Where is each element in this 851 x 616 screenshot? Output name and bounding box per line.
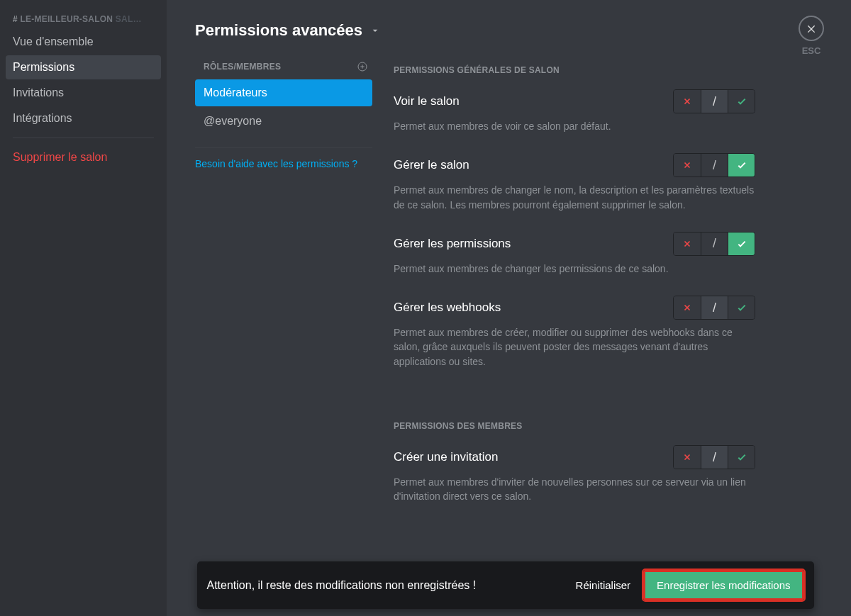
- toggle-deny[interactable]: [674, 296, 701, 319]
- permission-row: Voir le salon/Permet aux membres de voir…: [394, 89, 755, 133]
- x-icon: [682, 303, 692, 313]
- permission-description: Permet aux membres d'inviter de nouvelle…: [394, 475, 755, 504]
- permission-title: Créer une invitation: [394, 450, 498, 464]
- permissions-column: PERMISSIONS GÉNÉRALES DE SALONVoir le sa…: [394, 61, 755, 524]
- hash-prefix: #: [13, 14, 21, 24]
- permission-description: Permet aux membres de créer, modifier ou…: [394, 325, 755, 369]
- toggle-passthrough[interactable]: /: [701, 233, 728, 255]
- x-icon: [682, 160, 692, 170]
- permission-title: Gérer le salon: [394, 158, 469, 172]
- check-icon: [736, 452, 747, 463]
- permission-description: Permet aux membres de changer le nom, la…: [394, 183, 755, 212]
- sidebar-item-overview[interactable]: Vue d'ensemble: [6, 30, 161, 54]
- permission-title: Gérer les webhooks: [394, 301, 501, 315]
- roles-header-label: RÔLES/MEMBRES: [204, 62, 281, 72]
- check-icon: [736, 159, 747, 171]
- toggle-allow[interactable]: [728, 446, 755, 469]
- plus-circle-icon: [357, 61, 368, 72]
- channel-header: # LE-MEILLEUR-SALON SAL…: [6, 14, 161, 30]
- check-icon: [736, 96, 747, 107]
- permissions-help-link[interactable]: Besoin d'aide avec les permissions ?: [195, 158, 372, 169]
- permission-title: Voir le salon: [394, 94, 460, 108]
- permission-row: Créer une invitation/Permet aux membres …: [394, 445, 755, 504]
- permission-row: Gérer les permissions/Permet aux membres…: [394, 232, 755, 276]
- toggle-allow[interactable]: [728, 90, 755, 113]
- sidebar-item-invites[interactable]: Invitations: [6, 81, 161, 105]
- check-icon: [736, 302, 747, 313]
- toggle-passthrough[interactable]: /: [701, 90, 728, 113]
- permission-toggle: /: [673, 232, 755, 256]
- check-icon: [736, 238, 747, 250]
- close-icon: [806, 23, 817, 34]
- role-item-everyone[interactable]: @everyone: [195, 108, 372, 135]
- toggle-deny[interactable]: [674, 446, 701, 469]
- roles-header: RÔLES/MEMBRES: [195, 61, 372, 72]
- sidebar-item-delete-channel[interactable]: Supprimer le salon: [6, 145, 161, 169]
- permission-toggle: /: [673, 89, 755, 113]
- toggle-deny[interactable]: [674, 90, 701, 113]
- role-item-moderators[interactable]: Modérateurs: [195, 79, 372, 106]
- roles-column: RÔLES/MEMBRES Modérateurs @everyone Beso…: [195, 61, 372, 524]
- add-role-button[interactable]: [357, 61, 368, 72]
- toggle-deny[interactable]: [674, 154, 701, 177]
- toggle-allow[interactable]: [728, 154, 755, 177]
- toggle-passthrough[interactable]: /: [701, 446, 728, 469]
- sidebar-item-permissions[interactable]: Permissions: [6, 55, 161, 79]
- toggle-passthrough[interactable]: /: [701, 154, 728, 177]
- reset-button[interactable]: Réinitialiser: [576, 579, 631, 591]
- page-header: Permissions avancées: [195, 21, 823, 40]
- permission-description: Permet aux membres de voir ce salon par …: [394, 119, 755, 133]
- close-block: ESC: [799, 16, 824, 56]
- permission-section-header: PERMISSIONS GÉNÉRALES DE SALON: [394, 65, 755, 75]
- x-icon: [682, 96, 692, 106]
- permission-section-header: PERMISSIONS DES MEMBRES: [394, 421, 755, 431]
- page-title: Permissions avancées: [195, 21, 362, 40]
- unsaved-message: Attention, il reste des modifications no…: [207, 579, 563, 592]
- permission-toggle: /: [673, 296, 755, 320]
- permission-row: Gérer les webhooks/Permet aux membres de…: [394, 296, 755, 369]
- channel-name: LE-MEILLEUR-SALON: [21, 14, 113, 24]
- chevron-down-icon[interactable]: [369, 25, 381, 36]
- toggle-passthrough[interactable]: /: [701, 296, 728, 319]
- permission-description: Permet aux membres de changer les permis…: [394, 262, 755, 276]
- sidebar-divider: [13, 138, 154, 138]
- esc-label: ESC: [802, 45, 821, 56]
- permission-toggle: /: [673, 445, 755, 469]
- x-icon: [682, 452, 692, 462]
- permission-row: Gérer le salon/Permet aux membres de cha…: [394, 153, 755, 212]
- toggle-allow[interactable]: [728, 296, 755, 319]
- main-panel: ESC Permissions avancées RÔLES/MEMBRES M…: [167, 0, 851, 616]
- permission-title: Gérer les permissions: [394, 237, 511, 251]
- channel-name-truncated: SAL…: [113, 14, 142, 24]
- toggle-allow[interactable]: [728, 233, 755, 255]
- toggle-deny[interactable]: [674, 233, 701, 255]
- close-button[interactable]: [799, 16, 824, 41]
- sidebar-item-integrations[interactable]: Intégrations: [6, 106, 161, 130]
- permission-toggle: /: [673, 153, 755, 177]
- unsaved-changes-bar: Attention, il reste des modifications no…: [197, 561, 814, 609]
- roles-divider: [195, 147, 372, 148]
- x-icon: [682, 239, 692, 249]
- settings-sidebar: # LE-MEILLEUR-SALON SAL… Vue d'ensemble …: [0, 0, 167, 616]
- save-button[interactable]: Enregistrer les modifications: [643, 570, 803, 600]
